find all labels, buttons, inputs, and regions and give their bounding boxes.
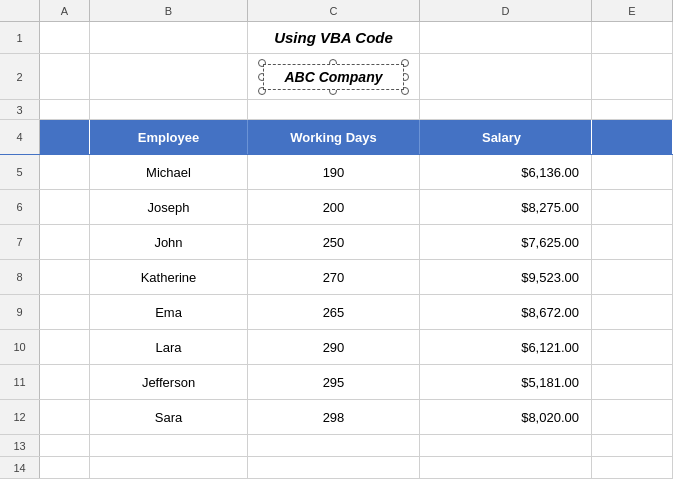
cell-a12[interactable]: [40, 400, 90, 434]
row-14: 14: [0, 457, 673, 479]
cell-d4-header[interactable]: Salary: [420, 120, 592, 154]
cell-b5[interactable]: Michael: [90, 155, 248, 189]
cell-b10[interactable]: Lara: [90, 330, 248, 364]
row-num-6: 6: [0, 190, 40, 224]
cell-b14[interactable]: [90, 457, 248, 478]
cell-a5[interactable]: [40, 155, 90, 189]
row-num-12: 12: [0, 400, 40, 434]
cell-e2[interactable]: [592, 54, 673, 99]
cell-e1[interactable]: [592, 22, 673, 53]
cell-e13[interactable]: [592, 435, 673, 456]
row-num-13: 13: [0, 435, 40, 456]
cell-a3[interactable]: [40, 100, 90, 119]
abc-company-textbox[interactable]: ABC Company: [263, 64, 403, 90]
cell-d9[interactable]: $8,672.00: [420, 295, 592, 329]
cell-c5[interactable]: 190: [248, 155, 420, 189]
row-num-1: 1: [0, 22, 40, 53]
cell-d5[interactable]: $6,136.00: [420, 155, 592, 189]
row-num-7: 7: [0, 225, 40, 259]
cell-b6[interactable]: Joseph: [90, 190, 248, 224]
cell-e12[interactable]: [592, 400, 673, 434]
cell-a4[interactable]: [40, 120, 90, 154]
row-num-14: 14: [0, 457, 40, 478]
cell-d13[interactable]: [420, 435, 592, 456]
cell-e4[interactable]: [592, 120, 673, 154]
cell-e3[interactable]: [592, 100, 673, 119]
row-12: 12 Sara 298 $8,020.00: [0, 400, 673, 435]
cell-e8[interactable]: [592, 260, 673, 294]
row-num-10: 10: [0, 330, 40, 364]
cell-c3[interactable]: [248, 100, 420, 119]
cell-b8[interactable]: Katherine: [90, 260, 248, 294]
cell-c2[interactable]: ABC Company: [248, 54, 420, 99]
cell-e10[interactable]: [592, 330, 673, 364]
row-num-8: 8: [0, 260, 40, 294]
column-headers: A B C D E: [0, 0, 673, 22]
cell-b1[interactable]: [90, 22, 248, 53]
cell-b11[interactable]: Jefferson: [90, 365, 248, 399]
cell-c13[interactable]: [248, 435, 420, 456]
cell-b2[interactable]: [90, 54, 248, 99]
cell-c8[interactable]: 270: [248, 260, 420, 294]
spreadsheet: A B C D E 1 Using VBA Code 2: [0, 0, 673, 502]
cell-e9[interactable]: [592, 295, 673, 329]
cell-b13[interactable]: [90, 435, 248, 456]
cell-a11[interactable]: [40, 365, 90, 399]
cell-a9[interactable]: [40, 295, 90, 329]
cell-c4-header[interactable]: Working Days: [248, 120, 420, 154]
cell-b7[interactable]: John: [90, 225, 248, 259]
cell-a2[interactable]: [40, 54, 90, 99]
cell-d7[interactable]: $7,625.00: [420, 225, 592, 259]
row-num-3: 3: [0, 100, 40, 119]
cell-a14[interactable]: [40, 457, 90, 478]
cell-e5[interactable]: [592, 155, 673, 189]
cell-d14[interactable]: [420, 457, 592, 478]
cell-c6[interactable]: 200: [248, 190, 420, 224]
cell-c12[interactable]: 298: [248, 400, 420, 434]
row-1: 1 Using VBA Code: [0, 22, 673, 54]
cell-e14[interactable]: [592, 457, 673, 478]
row-num-11: 11: [0, 365, 40, 399]
col-header-c[interactable]: C: [248, 0, 420, 21]
textbox-container[interactable]: ABC Company: [263, 64, 403, 90]
cell-a1[interactable]: [40, 22, 90, 53]
col-header-e[interactable]: E: [592, 0, 673, 21]
cell-d12[interactable]: $8,020.00: [420, 400, 592, 434]
cell-c14[interactable]: [248, 457, 420, 478]
row-num-5: 5: [0, 155, 40, 189]
cell-c10[interactable]: 290: [248, 330, 420, 364]
cell-e11[interactable]: [592, 365, 673, 399]
cell-d10[interactable]: $6,121.00: [420, 330, 592, 364]
cell-c7[interactable]: 250: [248, 225, 420, 259]
cell-c9[interactable]: 265: [248, 295, 420, 329]
data-rows-container: 5 Michael 190 $6,136.00 6 Joseph 200 $8,…: [0, 155, 673, 435]
row-3: 3: [0, 100, 673, 120]
row-num-4: 4: [0, 120, 40, 154]
col-header-d[interactable]: D: [420, 0, 592, 21]
cell-d1[interactable]: [420, 22, 592, 53]
cell-d6[interactable]: $8,275.00: [420, 190, 592, 224]
cell-b3[interactable]: [90, 100, 248, 119]
cell-a10[interactable]: [40, 330, 90, 364]
cell-d8[interactable]: $9,523.00: [420, 260, 592, 294]
cell-a7[interactable]: [40, 225, 90, 259]
cell-d3[interactable]: [420, 100, 592, 119]
row-10: 10 Lara 290 $6,121.00: [0, 330, 673, 365]
corner-cell: [0, 0, 40, 21]
row-11: 11 Jefferson 295 $5,181.00: [0, 365, 673, 400]
row-6: 6 Joseph 200 $8,275.00: [0, 190, 673, 225]
cell-b4-header[interactable]: Employee: [90, 120, 248, 154]
cell-b12[interactable]: Sara: [90, 400, 248, 434]
cell-a6[interactable]: [40, 190, 90, 224]
cell-a13[interactable]: [40, 435, 90, 456]
cell-a8[interactable]: [40, 260, 90, 294]
cell-d11[interactable]: $5,181.00: [420, 365, 592, 399]
cell-b9[interactable]: Ema: [90, 295, 248, 329]
cell-c11[interactable]: 295: [248, 365, 420, 399]
col-header-b[interactable]: B: [90, 0, 248, 21]
cell-e6[interactable]: [592, 190, 673, 224]
col-header-a[interactable]: A: [40, 0, 90, 21]
cell-d2[interactable]: [420, 54, 592, 99]
cell-e7[interactable]: [592, 225, 673, 259]
cell-c1[interactable]: Using VBA Code: [248, 22, 420, 53]
